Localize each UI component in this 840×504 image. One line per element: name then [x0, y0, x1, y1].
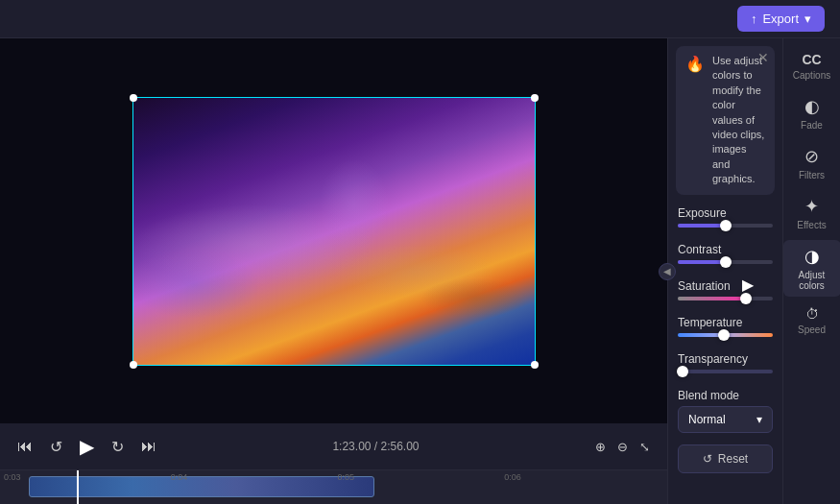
- sidebar-item-effects[interactable]: ✦ Effects: [783, 190, 841, 236]
- corner-handle-bl[interactable]: [130, 361, 137, 369]
- sidebar-collapse-arrow[interactable]: ◀: [659, 263, 676, 280]
- blend-mode-value: Normal: [688, 413, 726, 426]
- exposure-label: Exposure: [678, 206, 773, 220]
- time-current: 1:23.00: [332, 440, 371, 453]
- slider-section-contrast: Contrast: [668, 239, 782, 276]
- time-marker-3: 0:06: [500, 472, 667, 482]
- contrast-thumb[interactable]: [720, 256, 732, 268]
- skip-forward-button[interactable]: ⏭: [139, 436, 158, 457]
- filters-label: Filters: [799, 170, 825, 180]
- corner-handle-tr[interactable]: [531, 94, 539, 102]
- cloud-layer: [133, 98, 535, 365]
- speed-icon: ⏱: [805, 306, 819, 322]
- fade-icon: ◐: [804, 96, 820, 117]
- timeline-time-markers: 0:03 0:04 0:05 0:06: [0, 472, 667, 482]
- adjust-colors-panel: ✕ 🔥 Use adjust colors to modify the colo…: [668, 38, 782, 504]
- slider-section-transparency: Transparency: [668, 348, 782, 385]
- skip-back-button[interactable]: ⏮: [15, 436, 35, 457]
- slider-section-temperature: Temperature: [668, 312, 782, 348]
- adjust-colors-label: Adjust colors: [787, 270, 837, 291]
- saturation-label: Saturation: [678, 279, 773, 293]
- effects-icon: ✦: [804, 196, 819, 217]
- content-area: ⏮ ↺ ▶ ↻ ⏭ 1:23.00 / 2:56.00 ⊕ ⊖ ⤡: [0, 38, 840, 504]
- captions-label: Captions: [793, 70, 830, 81]
- timeline-track[interactable]: 0:03 0:04 0:05 0:06: [0, 470, 667, 504]
- corner-handle-tl[interactable]: [130, 94, 137, 102]
- info-text: Use adjust colors to modify the color va…: [712, 54, 765, 187]
- time-display: 1:23.00 / 2:56.00: [332, 440, 419, 453]
- export-icon: ↑: [751, 12, 757, 26]
- video-thumbnail: [133, 98, 535, 365]
- blend-mode-dropdown[interactable]: Normal ▾: [678, 406, 773, 433]
- exposure-thumb[interactable]: [720, 220, 732, 231]
- filters-icon: ⊘: [804, 146, 819, 167]
- playback-controls: ⏮ ↺ ▶ ↻ ⏭: [15, 433, 158, 460]
- contrast-label: Contrast: [678, 243, 773, 256]
- panel-icons: CC Captions ◐ Fade ⊘ Filters ✦ Effects ◑: [782, 38, 840, 504]
- transparency-thumb[interactable]: [677, 366, 688, 377]
- fade-label: Fade: [801, 120, 823, 131]
- slider-section-saturation: Saturation ▶: [668, 276, 782, 312]
- sidebar-item-filters[interactable]: ⊘ Filters: [783, 140, 841, 186]
- reset-label: Reset: [718, 452, 748, 466]
- reset-icon: ↺: [703, 452, 712, 466]
- blend-mode-label: Blend mode: [678, 389, 773, 402]
- blend-section: Blend mode Normal ▾: [668, 385, 782, 437]
- transparency-track[interactable]: [678, 370, 773, 373]
- right-panel: ◀ ✕ 🔥 Use adjust colors to modify the co…: [667, 38, 840, 504]
- effects-label: Effects: [797, 220, 826, 230]
- video-canvas: [0, 38, 667, 423]
- corner-handle-br[interactable]: [531, 361, 539, 369]
- transparency-label: Transparency: [678, 352, 773, 366]
- info-content: 🔥 Use adjust colors to modify the color …: [685, 54, 765, 187]
- export-chevron-icon: ▾: [804, 12, 811, 26]
- video-area: ⏮ ↺ ▶ ↻ ⏭ 1:23.00 / 2:56.00 ⊕ ⊖ ⤡: [0, 38, 667, 504]
- temperature-track[interactable]: [678, 333, 773, 337]
- export-label: Export: [762, 12, 799, 26]
- exposure-track[interactable]: [678, 224, 773, 228]
- reset-button[interactable]: ↺ Reset: [678, 444, 773, 473]
- time-separator: /: [371, 440, 380, 453]
- speed-label: Speed: [798, 324, 826, 335]
- saturation-fill: [678, 297, 746, 300]
- video-frame: [132, 97, 536, 366]
- contrast-fill: [678, 260, 726, 264]
- rewind-button[interactable]: ↺: [48, 436, 64, 458]
- forward-button[interactable]: ↻: [109, 436, 126, 458]
- contrast-track[interactable]: [678, 260, 773, 264]
- app-container: ↑ Export ▾ ⏮: [0, 0, 840, 504]
- saturation-thumb[interactable]: ▶: [740, 293, 752, 304]
- time-total: 2:56.00: [381, 440, 420, 453]
- exposure-fill: [678, 224, 726, 228]
- saturation-track[interactable]: ▶: [678, 297, 773, 300]
- zoom-in-button[interactable]: ⊕: [593, 438, 608, 456]
- time-marker-1: 0:04: [167, 472, 334, 482]
- play-button[interactable]: ▶: [78, 433, 96, 460]
- temperature-label: Temperature: [678, 316, 773, 329]
- sidebar-item-captions[interactable]: CC Captions: [783, 46, 841, 86]
- export-button[interactable]: ↑ Export ▾: [737, 6, 825, 32]
- info-box: ✕ 🔥 Use adjust colors to modify the colo…: [676, 46, 775, 195]
- blend-dropdown-chevron-icon: ▾: [756, 413, 762, 426]
- reset-section: ↺ Reset: [668, 437, 782, 481]
- zoom-out-button[interactable]: ⊖: [615, 438, 630, 456]
- sidebar-item-fade[interactable]: ◐ Fade: [783, 90, 841, 136]
- time-marker-2: 0:05: [334, 472, 501, 482]
- slider-section-exposure: Exposure: [668, 203, 782, 239]
- sidebar-item-speed[interactable]: ⏱ Speed: [783, 300, 841, 341]
- temperature-thumb[interactable]: [718, 329, 730, 341]
- captions-icon: CC: [802, 52, 821, 67]
- time-marker-0: 0:03: [0, 472, 167, 482]
- zoom-controls: ⊕ ⊖ ⤡: [593, 438, 652, 456]
- timeline-bar: 0:03 0:04 0:05 0:06: [0, 469, 667, 504]
- sidebar-item-adjust-colors[interactable]: ◑ Adjust colors: [783, 240, 841, 297]
- adjust-colors-icon: ◑: [804, 246, 820, 267]
- playback-right: ⊕ ⊖ ⤡: [593, 438, 652, 456]
- playback-bar: ⏮ ↺ ▶ ↻ ⏭ 1:23.00 / 2:56.00 ⊕ ⊖ ⤡: [0, 423, 667, 469]
- info-emoji: 🔥: [685, 54, 705, 75]
- top-bar: ↑ Export ▾: [0, 0, 840, 38]
- info-box-close-button[interactable]: ✕: [757, 50, 769, 65]
- fullscreen-button[interactable]: ⤡: [637, 438, 652, 456]
